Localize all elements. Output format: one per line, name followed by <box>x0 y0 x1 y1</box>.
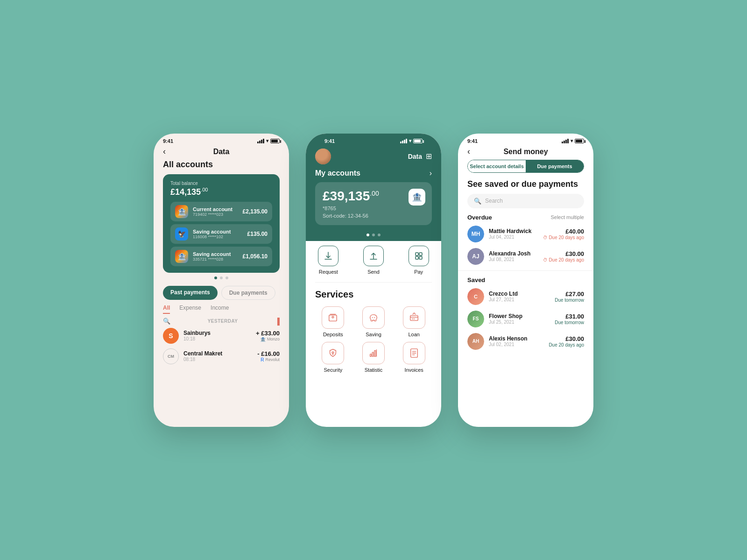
select-multiple-btn[interactable]: Select multiple <box>550 214 584 220</box>
saved-info-3: Alexis Henson Jul 02, 2021 <box>489 335 549 347</box>
svg-point-5 <box>332 316 334 318</box>
saved-row-2[interactable]: FS Flower Shop Jul 25, 2021 £31.00 Due t… <box>467 311 584 327</box>
loan-icon <box>403 306 425 329</box>
saved-info-1: Crezco Ltd Jul 27, 2021 <box>489 291 555 302</box>
due-indicator-1: ⏱ Due 20 days ago <box>543 235 584 240</box>
status-icons-3: ▾ <box>562 138 584 143</box>
txn-info-2: Central Makret 08:18 <box>183 350 257 362</box>
overdue-section: Overdue Select multiple MH Mattie Hardwi… <box>458 214 593 265</box>
overdue-right-1: £40.00 ⏱ Due 20 days ago <box>543 228 584 240</box>
account-row-1[interactable]: 🏦 Current account 719402 *****023 £2,135… <box>170 202 272 221</box>
saved-row-1[interactable]: C Crezco Ltd Jul 27, 2021 £27.00 Due tom… <box>467 288 584 305</box>
saved-avatar-1: C <box>467 288 484 305</box>
saved-row-3[interactable]: AH Alexis Henson Jul 02, 2021 £30.00 Due… <box>467 333 584 350</box>
transaction-row-2[interactable]: CM Central Makret 08:18 - £16.00 R Revol… <box>163 348 280 364</box>
svg-rect-3 <box>419 256 422 259</box>
pay-action[interactable]: Pay <box>409 246 429 275</box>
account-info-1: Current account 719402 *****023 <box>193 206 243 217</box>
service-deposits[interactable]: Deposits <box>315 306 351 337</box>
back-button-1[interactable]: ‹ <box>163 147 166 156</box>
account-amount-3: £1,056.10 <box>243 253 268 260</box>
overdue-label: Overdue <box>467 214 492 221</box>
service-loan[interactable]: Loan <box>396 306 432 337</box>
service-invoices[interactable]: Invoices <box>396 342 432 373</box>
dot-c <box>378 234 381 236</box>
send-money-toggle: Select account details Due payments <box>467 160 584 173</box>
search-bar[interactable]: 🔍 Search <box>467 194 584 208</box>
my-accounts-section: My accounts › <box>315 169 432 182</box>
due-payments-btn[interactable]: Due payments <box>526 160 584 172</box>
service-security[interactable]: Security <box>315 342 351 373</box>
saved-right-1: £27.00 Due tomorrow <box>555 291 584 303</box>
card-dots-2 <box>315 232 432 241</box>
send-action[interactable]: Send <box>363 246 384 275</box>
status-icons-2: ▾ <box>400 138 423 143</box>
search-placeholder: Search <box>485 198 503 204</box>
overdue-row-2[interactable]: AJ Alexandra Josh Jul 08, 2021 £30.00 ⏱ … <box>467 248 584 265</box>
card-dots <box>154 273 289 281</box>
account-info-2: Saving account 116008 *****102 <box>193 229 247 239</box>
back-button-3[interactable]: ‹ <box>467 147 470 156</box>
txn-avatar-1: S <box>163 328 179 344</box>
chevron-right-icon[interactable]: › <box>430 169 432 177</box>
account-card[interactable]: 🏦 £39,135.00 *8765 Sort-code: 12-34-56 <box>315 182 432 225</box>
security-icon <box>322 342 344 364</box>
send-icon <box>363 246 384 266</box>
wifi-icon-2: ▾ <box>409 138 411 143</box>
phone-1: 9:41 ▾ ‹ Data All accounts Total balance <box>154 134 289 427</box>
filter-income[interactable]: Income <box>211 305 229 314</box>
date-row: 🔍 YESTERDAY ▐ <box>163 318 280 325</box>
status-icons-1: ▾ <box>257 138 280 143</box>
txn-right-1: + £33.00 🏦 Monzo <box>256 330 280 342</box>
overdue-info-1: Mattie Hardwick Jul 04, 2021 <box>489 228 543 240</box>
my-accounts-title: My accounts <box>315 169 360 177</box>
page-title-1: Data <box>213 148 230 156</box>
saving-icon <box>362 306 385 329</box>
signal-icon-3 <box>562 139 569 143</box>
account-row-2[interactable]: 🦅 Saving account 116008 *****102 £135.00 <box>170 224 272 244</box>
past-payments-tab[interactable]: Past payments <box>163 286 218 300</box>
svg-rect-0 <box>416 253 418 255</box>
overdue-right-2: £30.00 ⏱ Due 20 days ago <box>543 250 584 262</box>
service-statistic[interactable]: Statistic <box>356 342 392 373</box>
statistic-icon <box>362 342 385 364</box>
txn-date-label: YESTERDAY <box>208 319 238 324</box>
avatar-image <box>315 149 331 164</box>
phones-container: 9:41 ▾ ‹ Data All accounts Total balance <box>154 134 593 427</box>
overdue-row-1[interactable]: MH Mattie Hardwick Jul 04, 2021 £40.00 ⏱… <box>467 226 584 242</box>
txn-brand-2: R Revolut <box>257 357 280 362</box>
filter-expense[interactable]: Expense <box>179 305 201 314</box>
p3-header: ‹ Send money <box>458 146 593 160</box>
transaction-row-1[interactable]: S Sainburys 10:18 + £33.00 🏦 Monzo <box>163 328 280 344</box>
due-saved-1: Due tomorrow <box>555 298 584 303</box>
battery-icon <box>270 139 280 143</box>
card-sort-code: Sort-code: 12-34-56 <box>323 213 424 219</box>
filter-all[interactable]: All <box>163 305 170 314</box>
dot-2 <box>220 276 223 279</box>
signal-icon-2 <box>400 139 407 143</box>
account-row-3[interactable]: 🏦 Saving account 335721 *****028 £1,056.… <box>170 247 272 266</box>
battery-icon-3 <box>575 139 584 143</box>
wifi-icon-3: ▾ <box>571 138 573 143</box>
filter-tabs: All Expense Income <box>154 305 289 314</box>
phone-2: 9:41 ▾ Data <box>306 134 441 427</box>
overdue-avatar-2: AJ <box>467 248 484 265</box>
p2-white: Request Send <box>306 241 441 379</box>
account-icon-2: 🦅 <box>175 227 188 241</box>
request-action[interactable]: Request <box>318 246 338 275</box>
due-payments-tab[interactable]: Due payments <box>221 286 275 300</box>
svg-rect-2 <box>416 256 418 259</box>
select-account-btn[interactable]: Select account details <box>468 160 526 172</box>
total-balance: £14,135.00 <box>170 187 272 197</box>
card-account-number: *8765 <box>323 206 424 211</box>
grid-icon[interactable]: ⊞ <box>426 152 432 161</box>
overdue-info-2: Alexandra Josh Jul 08, 2021 <box>489 250 543 262</box>
svg-rect-1 <box>419 253 422 255</box>
chart-icon: ▐ <box>275 318 280 325</box>
saved-section: Saved C Crezco Ltd Jul 27, 2021 £27.00 D… <box>458 276 593 350</box>
time-3: 9:41 <box>467 138 478 144</box>
deposits-icon <box>322 306 344 329</box>
user-avatar[interactable] <box>315 149 331 164</box>
service-saving[interactable]: Saving <box>356 306 392 337</box>
p2-header-right: Data ⊞ <box>408 152 432 161</box>
